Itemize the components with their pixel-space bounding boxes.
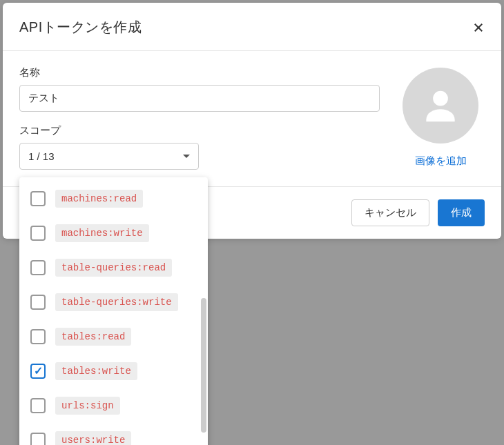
scope-tag: table-queries:write: [55, 293, 178, 311]
close-icon[interactable]: [472, 21, 485, 34]
checkbox[interactable]: [30, 329, 46, 344]
avatar-placeholder[interactable]: [403, 68, 478, 144]
scope-dropdown: machines:readmachines:writetable-queries…: [19, 177, 208, 445]
scope-tag: urls:sign: [55, 397, 120, 415]
scope-tag: machines:write: [55, 224, 149, 242]
name-input[interactable]: [19, 85, 380, 112]
checkbox[interactable]: [30, 295, 46, 310]
scope-tag: machines:read: [55, 190, 143, 208]
scope-option[interactable]: urls:sign: [19, 388, 208, 423]
form-right: 画像を追加: [396, 66, 485, 170]
svg-point-2: [433, 91, 448, 106]
modal-header: APIトークンを作成: [3, 3, 501, 51]
name-label: 名称: [19, 66, 380, 79]
checkmark-icon: ✓: [34, 366, 43, 377]
scope-select[interactable]: 1 / 13: [19, 143, 199, 170]
modal-body: 名称 スコープ 1 / 13 画像を追加: [3, 51, 501, 187]
form-left: 名称 スコープ 1 / 13: [19, 66, 380, 170]
scope-tag: table-queries:read: [55, 259, 172, 277]
checkbox[interactable]: [30, 191, 46, 206]
scope-option[interactable]: machines:read: [19, 181, 208, 216]
scope-tag: tables:write: [55, 362, 137, 380]
chevron-down-icon: [183, 155, 190, 158]
scope-option[interactable]: ✓tables:write: [19, 354, 208, 388]
scrollbar-thumb[interactable]: [201, 298, 206, 433]
checkbox[interactable]: [30, 433, 46, 445]
scope-summary: 1 / 13: [28, 150, 55, 162]
create-button[interactable]: 作成: [438, 199, 485, 226]
add-image-link[interactable]: 画像を追加: [415, 155, 467, 168]
scope-tag: tables:read: [55, 328, 131, 346]
scope-label: スコープ: [19, 124, 380, 137]
checkbox[interactable]: [30, 260, 46, 275]
cancel-button[interactable]: キャンセル: [351, 199, 429, 226]
scope-option[interactable]: machines:write: [19, 216, 208, 250]
user-icon: [419, 84, 462, 127]
modal-title: APIトークンを作成: [19, 18, 142, 37]
checkbox[interactable]: [30, 226, 46, 241]
scope-option[interactable]: table-queries:read: [19, 250, 208, 285]
scope-tag: users:write: [55, 431, 131, 445]
checkbox[interactable]: ✓: [30, 364, 46, 379]
scope-option[interactable]: table-queries:write: [19, 285, 208, 319]
scope-option[interactable]: tables:read: [19, 319, 208, 354]
scope-option[interactable]: users:write: [19, 423, 208, 445]
checkbox[interactable]: [30, 398, 46, 413]
